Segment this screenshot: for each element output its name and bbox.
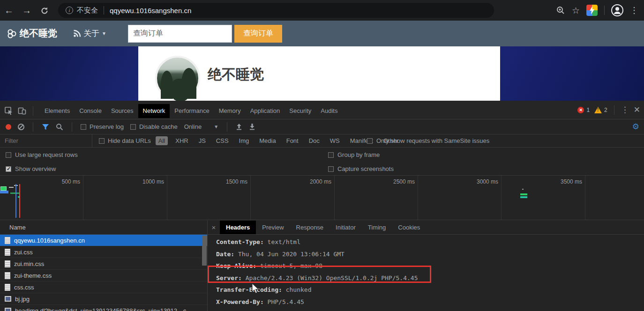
network-settings-gear-icon[interactable]: ⚙ [632, 122, 639, 132]
devtools-panel: Elements Console Sources Network Perform… [0, 101, 644, 311]
header-value: text/html [268, 238, 300, 245]
tab-memory[interactable]: Memory [214, 104, 246, 118]
filter-pill-font[interactable]: Font [284, 136, 301, 145]
nav-about[interactable]: 关于 ▼ [73, 28, 106, 39]
tick-label: 500 ms [62, 178, 80, 185]
zoom-icon[interactable] [556, 6, 565, 15]
warning-count[interactable]: 2 [604, 107, 607, 113]
group-by-frame-toggle[interactable]: Group by frame [328, 151, 380, 158]
error-count[interactable]: 1 [586, 107, 590, 113]
warning-badge-icon[interactable] [594, 107, 602, 113]
show-overview-checkbox[interactable] [6, 166, 11, 172]
filter-pill-xhr[interactable]: XHR [172, 136, 191, 145]
device-toolbar-icon[interactable] [18, 107, 26, 115]
request-row[interactable]: zui-theme.css [0, 270, 207, 281]
request-row[interactable]: css.css [0, 281, 207, 293]
use-large-rows-toggle[interactable]: Use large request rows [6, 151, 78, 158]
brand-clover-icon [7, 29, 17, 39]
profile-avatar[interactable] [611, 4, 623, 16]
order-search-input[interactable] [128, 25, 232, 43]
inspect-element-icon[interactable] [5, 107, 13, 115]
close-details-icon[interactable]: × [208, 221, 220, 234]
request-row[interactable]: qqyewu.1016sangshen.cn [0, 235, 207, 246]
tick-label: 2000 ms [310, 178, 331, 185]
overview-request-bar [520, 196, 527, 198]
tab-response[interactable]: Response [290, 221, 330, 234]
document-icon [5, 284, 10, 291]
filter-pill-media[interactable]: Media [256, 136, 278, 145]
throttling-select[interactable]: Online ▼ [184, 123, 218, 130]
tab-elements[interactable]: Elements [40, 104, 75, 118]
address-bar[interactable]: i 不安全 qqyewu.1016sangshen.cn [58, 3, 494, 18]
site-brand[interactable]: 绝不睡觉 [7, 27, 57, 40]
clear-icon[interactable] [18, 124, 24, 130]
tab-sources[interactable]: Sources [106, 104, 138, 118]
request-row[interactable]: zui.min.css [0, 258, 207, 270]
tab-security[interactable]: Security [285, 104, 316, 118]
tab-performance[interactable]: Performance [170, 104, 214, 118]
url-text[interactable]: qqyewu.1016sangshen.cn [110, 7, 191, 15]
group-by-frame-checkbox[interactable] [328, 152, 334, 158]
filter-pill-all[interactable]: All [156, 136, 168, 145]
tab-console[interactable]: Console [75, 104, 106, 118]
filter-pill-doc[interactable]: Doc [306, 136, 322, 145]
request-row[interactable]: bj.jpg [0, 293, 207, 305]
back-button[interactable]: ← [0, 5, 18, 16]
network-overview-timeline[interactable]: 500 ms 1000 ms 1500 ms 2000 ms 2500 ms 3… [0, 176, 644, 220]
request-row[interactable]: zui.css [0, 246, 207, 258]
show-overview-toggle[interactable]: Show overview [6, 165, 56, 172]
site-navbar: 绝不睡觉 关于 ▼ 查询订单 [0, 21, 644, 46]
samesite-checkbox[interactable] [367, 138, 373, 144]
tab-audits[interactable]: Audits [316, 104, 342, 118]
filter-pill-ws[interactable]: WS [327, 136, 343, 145]
request-name: qqyewu.1016sangshen.cn [14, 237, 85, 244]
devtools-close-icon[interactable]: ✕ [634, 105, 640, 115]
extension-icon[interactable] [586, 5, 598, 16]
tab-network[interactable]: Network [138, 104, 170, 118]
tab-timing[interactable]: Timing [362, 221, 392, 234]
preserve-log-label: Preserve log [90, 123, 124, 130]
name-column-header[interactable]: Name [0, 221, 207, 235]
filter-pill-js[interactable]: JS [196, 136, 209, 145]
bookmark-star-icon[interactable]: ☆ [572, 5, 580, 16]
profile-card: 绝不睡觉 [138, 46, 500, 101]
browser-menu-icon[interactable]: ⋮ [630, 5, 638, 15]
overview-request-bar [10, 193, 19, 194]
error-badge-icon[interactable]: ✕ [577, 107, 584, 113]
filter-funnel-icon[interactable] [42, 124, 49, 130]
record-button[interactable] [6, 124, 11, 130]
export-har-icon[interactable] [249, 123, 255, 130]
hide-data-urls-checkbox[interactable] [99, 138, 105, 144]
disable-cache-checkbox[interactable] [130, 124, 136, 130]
tab-preview[interactable]: Preview [256, 221, 290, 234]
hide-data-urls-toggle[interactable]: Hide data URLs [99, 137, 151, 144]
disable-cache-toggle[interactable]: Disable cache [130, 123, 178, 130]
scrollbar-thumb[interactable] [202, 236, 207, 266]
order-search-button[interactable]: 查询订单 [234, 25, 282, 43]
document-icon [5, 272, 10, 279]
import-har-icon[interactable] [236, 123, 242, 130]
use-large-rows-checkbox[interactable] [6, 152, 11, 158]
tab-application[interactable]: Application [246, 104, 285, 118]
capture-screenshots-toggle[interactable]: Capture screenshots [328, 165, 394, 172]
preserve-log-checkbox[interactable] [81, 124, 86, 130]
header-value: Apache/2.4.23 (Win32) OpenSSL/1.0.2j PHP… [246, 274, 418, 281]
filter-pill-img[interactable]: Img [236, 136, 252, 145]
tab-initiator[interactable]: Initiator [329, 221, 362, 234]
header-name: X-Powered-By: [216, 298, 264, 305]
site-info-icon[interactable]: i [66, 7, 73, 14]
tab-headers[interactable]: Headers [220, 221, 256, 234]
request-row[interactable]: headimg.dl?bs=qq&dst_uin=139123456788&sr… [0, 305, 207, 311]
filter-input[interactable] [0, 134, 92, 147]
devtools-menu-icon[interactable]: ⋮ [621, 105, 629, 115]
preserve-log-toggle[interactable]: Preserve log [81, 123, 124, 130]
forward-button[interactable]: → [18, 5, 36, 16]
tab-cookies[interactable]: Cookies [392, 221, 426, 234]
capture-screenshots-checkbox[interactable] [328, 166, 334, 172]
header-name: Keep-Alive: [216, 262, 256, 269]
request-list-scrollbar[interactable] [202, 235, 207, 311]
samesite-toggle[interactable]: Only show requests with SameSite issues [367, 137, 489, 144]
search-icon[interactable] [56, 123, 63, 131]
reload-button[interactable] [36, 6, 53, 15]
filter-pill-css[interactable]: CSS [213, 136, 232, 145]
